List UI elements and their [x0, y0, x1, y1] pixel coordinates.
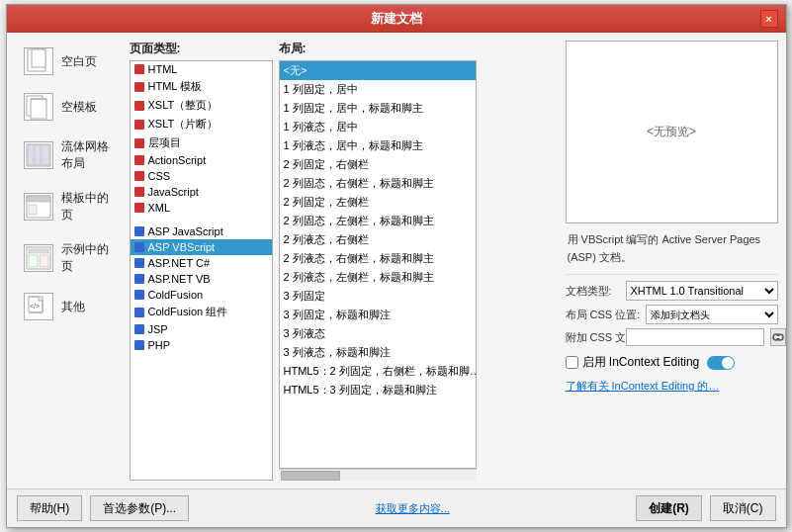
- doc-type-row: 文档类型: XHTML 1.0 Transitional XHTML 1.0 S…: [566, 281, 778, 301]
- layout-item-10[interactable]: 2 列液态，右侧栏，标题和脚主: [280, 249, 476, 268]
- title-bar: 新建文档 ×: [7, 5, 786, 33]
- javascript-dot: [134, 187, 144, 197]
- right-panel: <无预览> 用 VBScript 编写的 Active Server Pages…: [566, 41, 778, 481]
- cancel-button[interactable]: 取消(C): [710, 495, 776, 521]
- layout-item-7[interactable]: 2 列固定，左侧栏: [280, 193, 476, 212]
- list-item-javascript[interactable]: JavaScript: [131, 184, 272, 200]
- new-document-dialog: 新建文档 × 空白页: [6, 4, 787, 528]
- blank-page-icon: [24, 47, 53, 75]
- layout-item-15[interactable]: 3 列液态，标题和脚注: [280, 343, 476, 362]
- incontext-row: 启用 InContext Editing: [566, 354, 778, 371]
- list-item-asp-js[interactable]: ASP JavaScript: [131, 223, 272, 239]
- svg-rect-13: [29, 249, 48, 253]
- css-dot: [134, 171, 144, 181]
- help-button[interactable]: 帮助(H): [17, 495, 83, 521]
- list-item-php[interactable]: PHP: [131, 337, 272, 353]
- layout-list[interactable]: <无> 1 列固定，居中 1 列固定，居中，标题和脚主 1 列液态，居中 1 列…: [279, 60, 477, 469]
- incontext-toggle[interactable]: [707, 356, 735, 370]
- layout-item-16[interactable]: HTML5：2 列固定，右侧栏，标题和脚…: [280, 362, 476, 381]
- fluid-grid-icon: [24, 141, 53, 169]
- bottom-bar: 帮助(H) 首选参数(P)... 获取更多内容... 创建(R) 取消(C): [7, 488, 786, 527]
- layout-item-8[interactable]: 2 列固态，左侧栏，标题和脚主: [280, 212, 476, 230]
- list-item-html-template[interactable]: HTML 模板: [131, 77, 272, 96]
- page-in-template-icon: [24, 193, 53, 221]
- blank-page-label: 空白页: [61, 53, 97, 70]
- doc-type-select[interactable]: XHTML 1.0 Transitional XHTML 1.0 Strict …: [626, 281, 778, 301]
- layout-item-2[interactable]: 1 列固定，居中，标题和脚主: [280, 99, 476, 118]
- example-page-icon: [24, 244, 53, 272]
- list-item-xml[interactable]: XML: [131, 200, 272, 216]
- blank-template-label: 空模板: [61, 99, 97, 116]
- layout-item-6[interactable]: 2 列固态，右侧栏，标题和脚主: [280, 174, 476, 193]
- list-item-xslt-frag[interactable]: XSLT（片断）: [131, 115, 272, 133]
- jsp-dot: [134, 324, 144, 334]
- layout-item-5[interactable]: 2 列固定，右侧栏: [280, 155, 476, 174]
- prefs-button[interactable]: 首选参数(P)...: [90, 495, 189, 521]
- aspnet-cs-dot: [134, 258, 144, 268]
- other-label: 其他: [61, 299, 85, 315]
- list-item-aspnet-vb[interactable]: ASP.NET VB: [131, 271, 272, 287]
- get-more-link[interactable]: 获取更多内容...: [376, 502, 450, 514]
- layout-item-1[interactable]: 1 列固定，居中: [280, 80, 476, 99]
- page-type-panel: 页面类型: HTML HTML 模板 XSLT（整页）: [130, 41, 273, 481]
- layout-scrollbar-h[interactable]: [279, 469, 477, 481]
- svg-rect-14: [29, 255, 38, 267]
- layout-item-9[interactable]: 2 列液态，右侧栏: [280, 230, 476, 249]
- php-dot: [134, 340, 144, 350]
- list-item-css[interactable]: CSS: [131, 168, 272, 184]
- svg-rect-8: [42, 145, 49, 165]
- attach-css-label: 附加 CSS 文件:: [566, 330, 620, 345]
- dialog-title: 新建文档: [33, 10, 760, 28]
- left-item-fluid-grid[interactable]: 流体网格布局: [15, 132, 120, 179]
- aspnet-vb-dot: [134, 274, 144, 284]
- layout-item-13[interactable]: 3 列固定，标题和脚注: [280, 306, 476, 324]
- layout-item-3[interactable]: 1 列液态，居中: [280, 118, 476, 136]
- layout-item-4[interactable]: 1 列液态，居中，标题和脚主: [280, 136, 476, 155]
- list-item-asp-vbs[interactable]: ASP VBScript: [131, 239, 272, 255]
- list-item-xslt-full[interactable]: XSLT（整页）: [131, 96, 272, 115]
- layout-item-17[interactable]: HTML5：3 列固定，标题和脚注: [280, 381, 476, 399]
- layout-item-none[interactable]: <无>: [280, 61, 476, 80]
- preview-area: <无预览>: [566, 41, 778, 223]
- list-item-actionscript[interactable]: ActionScript: [131, 152, 272, 168]
- incontext-link[interactable]: 了解有关 InContext Editing 的…: [566, 380, 720, 392]
- create-button[interactable]: 创建(R): [636, 495, 702, 521]
- left-item-blank-template[interactable]: 空模板: [15, 86, 120, 128]
- description-area: 用 VBScript 编写的 Active Server Pages (ASP)…: [566, 229, 778, 268]
- example-page-label: 示例中的页: [61, 241, 111, 275]
- left-item-blank-page[interactable]: 空白页: [15, 41, 120, 82]
- cf-component-dot: [134, 308, 144, 317]
- bottom-center: 获取更多内容...: [197, 501, 628, 516]
- list-item-cf-component[interactable]: ColdFusion 组件: [131, 303, 272, 321]
- list-item-aspnet-cs[interactable]: ASP.NET C#: [131, 255, 272, 271]
- xslt-frag-dot: [134, 120, 144, 130]
- blank-template-icon: [24, 93, 53, 121]
- page-type-list[interactable]: HTML HTML 模板 XSLT（整页） XSLT（片断）: [130, 60, 273, 481]
- incontext-label: 启用 InContext Editing: [582, 354, 700, 371]
- asp-js-dot: [134, 226, 144, 236]
- left-item-page-in-template[interactable]: 模板中的页: [15, 183, 120, 230]
- list-item-html[interactable]: HTML: [131, 61, 272, 77]
- left-item-other[interactable]: </> 其他: [15, 286, 120, 327]
- svg-rect-15: [40, 255, 48, 267]
- left-item-example-page[interactable]: 示例中的页: [15, 234, 120, 282]
- layout-item-11[interactable]: 2 列液态，左侧栏，标题和脚主: [280, 268, 476, 287]
- attach-css-link-btn[interactable]: [770, 328, 786, 346]
- list-item-layer[interactable]: 层项目: [131, 133, 272, 152]
- list-item-jsp[interactable]: JSP: [131, 321, 272, 337]
- list-item-coldfusion[interactable]: ColdFusion: [131, 287, 272, 303]
- attach-css-row: 附加 CSS 文件:: [566, 328, 778, 346]
- svg-rect-10: [27, 196, 50, 202]
- layout-css-select[interactable]: 添加到文档头 新建文件 链接到现有文件: [646, 305, 777, 324]
- layout-item-14[interactable]: 3 列液态: [280, 324, 476, 343]
- layout-item-12[interactable]: 3 列固定: [280, 287, 476, 306]
- layer-dot: [134, 138, 144, 148]
- page-in-template-label: 模板中的页: [61, 190, 111, 223]
- close-button[interactable]: ×: [760, 10, 778, 28]
- attach-css-input[interactable]: [626, 328, 764, 346]
- scrollbar-thumb[interactable]: [281, 471, 340, 481]
- actionscript-dot: [134, 155, 144, 165]
- fluid-grid-label: 流体网格布局: [61, 138, 111, 172]
- dialog-body: 空白页 空模板: [7, 33, 786, 488]
- incontext-checkbox[interactable]: [566, 356, 578, 369]
